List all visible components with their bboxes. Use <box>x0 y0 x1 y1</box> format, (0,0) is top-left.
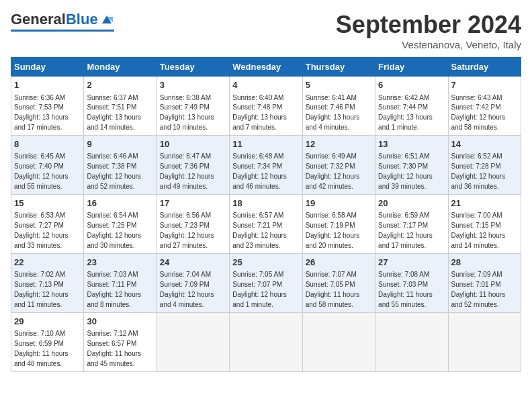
daylight-text: Daylight: 11 hours and 45 minutes. <box>87 350 141 367</box>
calendar-cell: 1Sunrise: 6:36 AMSunset: 7:53 PMDaylight… <box>11 77 84 136</box>
calendar-cell: 25Sunrise: 7:05 AMSunset: 7:07 PMDayligh… <box>230 253 302 312</box>
calendar-cell: 2Sunrise: 6:37 AMSunset: 7:51 PMDaylight… <box>84 77 157 136</box>
day-number: 12 <box>306 138 372 150</box>
sunset-text: Sunset: 7:27 PM <box>14 222 64 229</box>
calendar-cell: 27Sunrise: 7:08 AMSunset: 7:03 PMDayligh… <box>375 253 448 312</box>
daylight-text: Daylight: 11 hours and 55 minutes. <box>378 291 433 308</box>
calendar-cell: 19Sunrise: 6:58 AMSunset: 7:19 PMDayligh… <box>302 194 375 253</box>
sunset-text: Sunset: 7:13 PM <box>14 281 64 288</box>
sunrise-text: Sunrise: 7:07 AM <box>306 271 357 278</box>
daylight-text: Daylight: 12 hours and 58 minutes. <box>451 113 506 131</box>
daylight-text: Daylight: 12 hours and 14 minutes. <box>451 232 506 249</box>
day-number: 11 <box>232 138 299 150</box>
day-number: 28 <box>451 257 518 269</box>
calendar-cell: 6Sunrise: 6:42 AMSunset: 7:44 PMDaylight… <box>375 77 448 136</box>
header-day-monday: Monday <box>84 58 157 77</box>
sunset-text: Sunset: 7:21 PM <box>232 222 282 229</box>
calendar-week-row: 29Sunrise: 7:10 AMSunset: 6:59 PMDayligh… <box>11 312 521 371</box>
sunset-text: Sunset: 7:36 PM <box>160 163 210 170</box>
sunset-text: Sunset: 7:07 PM <box>232 281 282 288</box>
day-number: 16 <box>87 197 153 210</box>
calendar-cell: 28Sunrise: 7:09 AMSunset: 7:01 PMDayligh… <box>448 253 521 312</box>
header-day-saturday: Saturday <box>448 58 521 77</box>
sunrise-text: Sunrise: 6:37 AM <box>87 94 138 101</box>
calendar-cell: 15Sunrise: 6:53 AMSunset: 7:27 PMDayligh… <box>11 194 84 253</box>
sunrise-text: Sunrise: 6:48 AM <box>232 152 283 160</box>
calendar-cell: 7Sunrise: 6:43 AMSunset: 7:42 PMDaylight… <box>448 77 521 136</box>
daylight-text: Daylight: 12 hours and 55 minutes. <box>14 173 69 190</box>
daylight-text: Daylight: 13 hours and 17 minutes. <box>14 113 69 131</box>
sunrise-text: Sunrise: 6:57 AM <box>232 212 283 219</box>
calendar-body: 1Sunrise: 6:36 AMSunset: 7:53 PMDaylight… <box>11 77 521 372</box>
sunset-text: Sunset: 7:49 PM <box>160 103 210 111</box>
day-number: 2 <box>87 79 153 91</box>
sunset-text: Sunset: 7:01 PM <box>451 281 501 288</box>
sunrise-text: Sunrise: 6:51 AM <box>378 152 429 160</box>
sunrise-text: Sunrise: 6:52 AM <box>451 152 502 160</box>
sunset-text: Sunset: 7:38 PM <box>87 163 136 170</box>
page-header: General Blue September 2024 Vestenanova,… <box>11 11 521 50</box>
calendar-cell: 3Sunrise: 6:38 AMSunset: 7:49 PMDaylight… <box>157 77 229 136</box>
day-number: 29 <box>14 316 81 328</box>
sunset-text: Sunset: 7:28 PM <box>451 163 501 170</box>
calendar-cell: 5Sunrise: 6:41 AMSunset: 7:46 PMDaylight… <box>302 77 375 136</box>
logo: General Blue <box>11 11 114 32</box>
sunset-text: Sunset: 7:40 PM <box>14 163 64 170</box>
daylight-text: Daylight: 12 hours and 11 minutes. <box>14 291 69 308</box>
sunset-text: Sunset: 7:51 PM <box>87 103 136 111</box>
sunset-text: Sunset: 7:23 PM <box>160 222 210 229</box>
sunrise-text: Sunrise: 7:10 AM <box>14 330 65 337</box>
calendar-cell: 8Sunrise: 6:45 AMSunset: 7:40 PMDaylight… <box>11 135 84 194</box>
sunrise-text: Sunrise: 6:58 AM <box>306 212 357 219</box>
logo-underline <box>11 30 114 32</box>
sunset-text: Sunset: 7:32 PM <box>306 163 355 170</box>
sunset-text: Sunset: 7:15 PM <box>451 222 501 229</box>
sunset-text: Sunset: 7:42 PM <box>451 103 501 111</box>
daylight-text: Daylight: 13 hours and 7 minutes. <box>232 113 287 131</box>
day-number: 5 <box>306 79 372 91</box>
daylight-text: Daylight: 11 hours and 58 minutes. <box>306 291 360 308</box>
day-number: 26 <box>306 257 372 269</box>
day-number: 4 <box>232 79 299 91</box>
sunrise-text: Sunrise: 7:03 AM <box>87 271 138 278</box>
header-day-thursday: Thursday <box>302 58 375 77</box>
calendar-cell: 13Sunrise: 6:51 AMSunset: 7:30 PMDayligh… <box>375 135 448 194</box>
sunrise-text: Sunrise: 7:02 AM <box>14 271 65 278</box>
day-number: 22 <box>14 257 81 269</box>
calendar-week-row: 22Sunrise: 7:02 AMSunset: 7:13 PMDayligh… <box>11 253 521 312</box>
day-number: 6 <box>378 79 445 91</box>
day-number: 7 <box>451 79 518 91</box>
daylight-text: Daylight: 12 hours and 42 minutes. <box>306 173 360 190</box>
day-number: 24 <box>160 257 226 269</box>
sunset-text: Sunset: 7:53 PM <box>14 103 64 111</box>
daylight-text: Daylight: 12 hours and 4 minutes. <box>160 291 214 308</box>
sunset-text: Sunset: 6:57 PM <box>87 340 136 347</box>
daylight-text: Daylight: 12 hours and 30 minutes. <box>87 232 141 249</box>
sunrise-text: Sunrise: 6:56 AM <box>160 212 211 219</box>
sunset-text: Sunset: 6:59 PM <box>14 340 64 347</box>
logo-blue-text: Blue <box>66 11 98 28</box>
calendar-cell: 24Sunrise: 7:04 AMSunset: 7:09 PMDayligh… <box>157 253 229 312</box>
header-day-wednesday: Wednesday <box>230 58 302 77</box>
day-number: 30 <box>87 316 153 328</box>
sunset-text: Sunset: 7:05 PM <box>306 281 355 288</box>
calendar-cell: 16Sunrise: 6:54 AMSunset: 7:25 PMDayligh… <box>84 194 157 253</box>
calendar-cell: 22Sunrise: 7:02 AMSunset: 7:13 PMDayligh… <box>11 253 84 312</box>
sunrise-text: Sunrise: 6:38 AM <box>160 94 211 101</box>
calendar-cell <box>230 312 302 371</box>
sunset-text: Sunset: 7:34 PM <box>232 163 282 170</box>
sunset-text: Sunset: 7:19 PM <box>306 222 355 229</box>
calendar-cell: 20Sunrise: 6:59 AMSunset: 7:17 PMDayligh… <box>375 194 448 253</box>
daylight-text: Daylight: 12 hours and 17 minutes. <box>378 232 433 249</box>
sunrise-text: Sunrise: 7:12 AM <box>87 330 138 337</box>
daylight-text: Daylight: 12 hours and 1 minute. <box>232 291 287 308</box>
sunrise-text: Sunrise: 6:54 AM <box>87 212 138 219</box>
calendar-cell: 29Sunrise: 7:10 AMSunset: 6:59 PMDayligh… <box>11 312 84 371</box>
sunrise-text: Sunrise: 6:43 AM <box>451 94 502 101</box>
sunrise-text: Sunrise: 6:46 AM <box>87 152 138 160</box>
day-number: 27 <box>378 257 445 269</box>
sunset-text: Sunset: 7:03 PM <box>378 281 428 288</box>
daylight-text: Daylight: 12 hours and 20 minutes. <box>306 232 360 249</box>
calendar-cell: 18Sunrise: 6:57 AMSunset: 7:21 PMDayligh… <box>230 194 302 253</box>
calendar-cell <box>375 312 448 371</box>
